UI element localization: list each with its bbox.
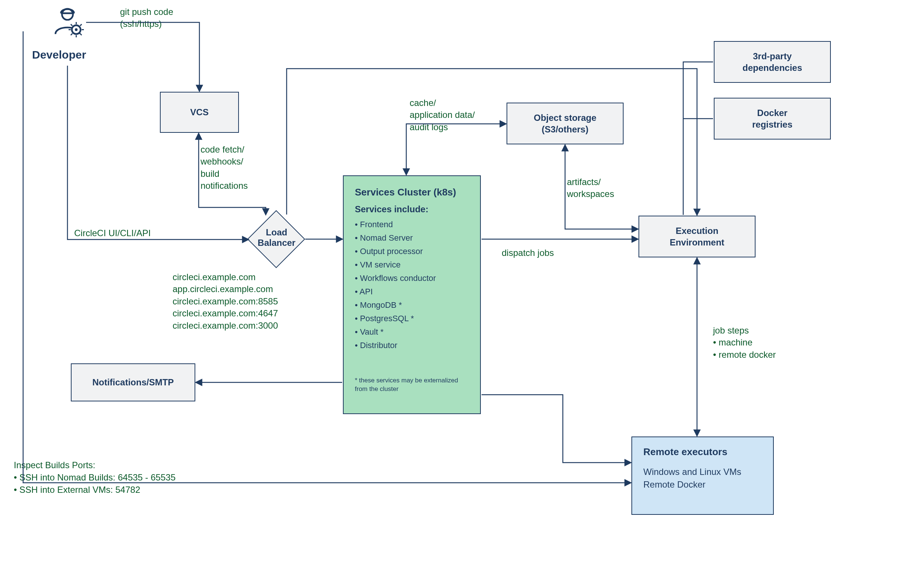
execution-env-l2: Environment	[670, 237, 725, 248]
services-cluster-node: Services Cluster (k8s) Services include:…	[343, 175, 481, 414]
remote-executors-item: Remote Docker	[643, 479, 706, 490]
services-item: • API	[355, 287, 373, 297]
execution-env-node: Execution Environment	[639, 216, 756, 257]
edge-label-code-fetch: code fetch/ webhooks/ build notification…	[200, 144, 248, 192]
edge-label-cache: cache/ application data/ audit logs	[410, 97, 475, 133]
services-item: • PostgresSQL *	[355, 314, 414, 324]
vcs-label: VCS	[190, 107, 209, 118]
services-item: • MongoDB *	[355, 300, 402, 310]
services-item: • Distributor	[355, 340, 397, 350]
third-party-l2: dependencies	[743, 62, 802, 74]
remote-executors-node: Remote executors Windows and Linux VMs R…	[631, 437, 774, 515]
object-storage-node: Object storage (S3/others)	[507, 103, 624, 144]
inspect-ports-title: Inspect Builds Ports:	[14, 459, 95, 471]
edge-label-artifacts: artifacts/ workspaces	[567, 176, 614, 200]
developer-icon	[51, 6, 84, 38]
services-item: • Workflows conductor	[355, 273, 436, 283]
docker-reg-l2: registries	[752, 119, 792, 130]
svg-line-10	[71, 34, 72, 35]
edge-label-lb-domains: circleci.example.com app.circleci.exampl…	[173, 271, 278, 332]
services-title: Services Cluster (k8s)	[355, 186, 456, 198]
edge-label-git-push: git push code (ssh/https)	[120, 6, 173, 30]
remote-executors-title: Remote executors	[643, 446, 727, 458]
inspect-ports-line2: • SSH into External VMs: 54782	[14, 484, 140, 496]
edge-label-job-steps: job steps • machine • remote docker	[713, 325, 776, 361]
services-item: • VM service	[355, 260, 401, 270]
edge-label-circleci-ui: CircleCI UI/CLI/API	[74, 227, 151, 239]
notifications-label: Notifications/SMTP	[93, 377, 174, 388]
edge-label-dispatch: dispatch jobs	[502, 247, 554, 259]
third-party-node: 3rd-party dependencies	[714, 41, 831, 83]
services-item: • Vault *	[355, 327, 383, 337]
inspect-ports-line1: • SSH into Nomad Builds: 64535 - 65535	[14, 471, 176, 484]
docker-reg-l1: Docker	[757, 107, 787, 119]
svg-line-11	[80, 24, 81, 26]
svg-point-3	[75, 28, 78, 31]
services-item: • Nomad Server	[355, 233, 413, 243]
services-subtitle: Services include:	[355, 204, 428, 214]
third-party-l1: 3rd-party	[753, 51, 792, 62]
services-item: • Output processor	[355, 247, 423, 256]
object-storage-l1: Object storage	[534, 112, 596, 123]
notifications-node: Notifications/SMTP	[71, 363, 195, 401]
remote-executors-item: Windows and Linux VMs	[643, 467, 741, 477]
object-storage-l2: (S3/others)	[541, 123, 588, 135]
services-note: * these services may be externalized fro…	[355, 376, 458, 394]
developer-label: Developer	[32, 49, 86, 61]
vcs-node: VCS	[160, 92, 239, 133]
execution-env-l1: Execution	[676, 225, 719, 237]
services-item: • Frontend	[355, 220, 393, 229]
load-balancer-label: Load Balancer	[251, 227, 303, 248]
docker-registries-node: Docker registries	[714, 98, 831, 139]
svg-line-9	[80, 34, 81, 35]
svg-line-8	[71, 24, 72, 26]
